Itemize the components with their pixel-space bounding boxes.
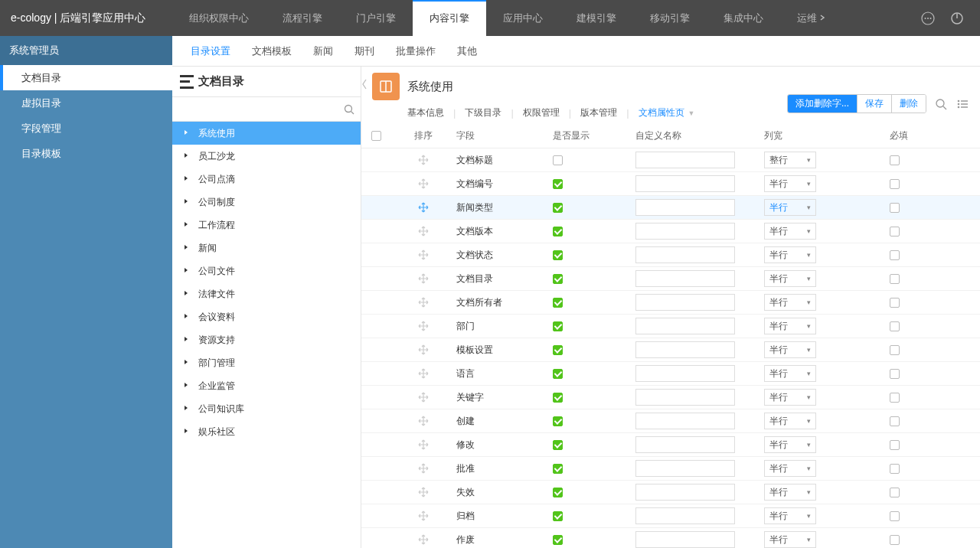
subnav-item[interactable]: 期刊 (354, 44, 374, 58)
drag-handle-icon[interactable] (418, 416, 429, 426)
custom-name-input[interactable] (635, 152, 735, 168)
collapse-handle[interactable] (361, 67, 368, 102)
show-checkbox[interactable] (553, 464, 563, 474)
sidebar-item[interactable]: 文档目录 (0, 65, 172, 90)
tree-item[interactable]: 公司制度 (172, 191, 361, 214)
show-checkbox[interactable] (553, 250, 563, 260)
show-checkbox[interactable] (553, 369, 563, 379)
show-checkbox[interactable] (553, 203, 563, 213)
show-checkbox[interactable] (553, 345, 563, 355)
custom-name-input[interactable] (635, 365, 735, 382)
drag-handle-icon[interactable] (418, 226, 429, 236)
width-select[interactable]: 半行▾ (764, 318, 816, 334)
width-select[interactable]: 整行▾ (764, 152, 816, 168)
custom-name-input[interactable] (635, 484, 735, 501)
custom-name-input[interactable] (635, 531, 735, 548)
subnav-item[interactable]: 文档模板 (252, 44, 292, 58)
custom-name-input[interactable] (635, 460, 735, 477)
width-select[interactable]: 半行▾ (764, 507, 816, 524)
custom-name-input[interactable] (635, 341, 735, 358)
drag-handle-icon[interactable] (418, 155, 429, 165)
required-checkbox[interactable] (890, 511, 900, 521)
required-checkbox[interactable] (890, 416, 900, 426)
list-view-icon[interactable] (956, 97, 969, 111)
required-checkbox[interactable] (890, 250, 900, 260)
subnav-item[interactable]: 目录设置 (191, 44, 230, 58)
sidebar-item[interactable]: 字段管理 (0, 116, 172, 141)
subnav-item[interactable]: 批量操作 (396, 44, 436, 58)
width-select[interactable]: 半行▾ (764, 199, 816, 216)
save-button[interactable]: 保存 (857, 95, 891, 113)
tree-item[interactable]: 公司点滴 (172, 168, 361, 191)
drag-handle-icon[interactable] (418, 510, 429, 521)
topnav-item[interactable]: 应用中心 (486, 0, 560, 36)
tree-item[interactable]: 部门管理 (172, 351, 361, 374)
power-icon[interactable] (949, 11, 965, 26)
custom-name-input[interactable] (635, 507, 735, 524)
drag-handle-icon[interactable] (418, 534, 429, 545)
required-checkbox[interactable] (890, 298, 900, 308)
topnav-item[interactable]: 移动引擎 (633, 0, 707, 36)
drag-handle-icon[interactable] (418, 368, 429, 379)
tree-item[interactable]: 娱乐社区 (172, 420, 361, 443)
show-checkbox[interactable] (553, 416, 563, 426)
width-select[interactable]: 半行▾ (764, 389, 816, 406)
detail-tab[interactable]: 基本信息 (407, 105, 444, 121)
width-select[interactable]: 半行▾ (764, 484, 816, 501)
tree-item[interactable]: 新闻 (172, 236, 361, 259)
tree-search-input[interactable] (172, 104, 338, 115)
drag-handle-icon[interactable] (418, 321, 429, 331)
required-checkbox[interactable] (890, 345, 900, 355)
tree-item[interactable]: 企业监管 (172, 374, 361, 397)
select-all-checkbox[interactable] (371, 131, 381, 141)
show-checkbox[interactable] (553, 535, 563, 545)
required-checkbox[interactable] (890, 227, 900, 236)
show-checkbox[interactable] (553, 227, 563, 236)
required-checkbox[interactable] (890, 155, 900, 165)
tree-item[interactable]: 公司知识库 (172, 397, 361, 420)
tree-item[interactable]: 员工沙龙 (172, 145, 361, 168)
required-checkbox[interactable] (890, 369, 900, 379)
subnav-item[interactable]: 其他 (457, 44, 477, 58)
drag-handle-icon[interactable] (418, 487, 429, 497)
more-icon[interactable] (920, 11, 936, 26)
drag-handle-icon[interactable] (418, 463, 429, 474)
show-checkbox[interactable] (553, 155, 563, 165)
custom-name-input[interactable] (635, 294, 735, 311)
required-checkbox[interactable] (890, 203, 900, 213)
add-remove-field-button[interactable]: 添加删除字... (788, 95, 857, 113)
custom-name-input[interactable] (635, 436, 735, 453)
tree-item[interactable]: 会议资料 (172, 305, 361, 328)
topnav-item[interactable]: 集成中心 (707, 0, 780, 36)
tree-item[interactable]: 系统使用 (172, 122, 361, 145)
width-select[interactable]: 半行▾ (764, 341, 816, 358)
drag-handle-icon[interactable] (418, 273, 429, 284)
width-select[interactable]: 半行▾ (764, 223, 816, 240)
detail-tab[interactable]: 权限管理 (523, 105, 560, 121)
custom-name-input[interactable] (635, 199, 735, 216)
delete-button[interactable]: 删除 (891, 95, 926, 113)
custom-name-input[interactable] (635, 270, 735, 287)
required-checkbox[interactable] (890, 464, 900, 474)
width-select[interactable]: 半行▾ (764, 531, 816, 548)
show-checkbox[interactable] (553, 393, 563, 403)
width-select[interactable]: 半行▾ (764, 436, 816, 453)
custom-name-input[interactable] (635, 223, 735, 240)
drag-handle-icon[interactable] (418, 392, 429, 403)
drag-handle-icon[interactable] (418, 297, 429, 308)
show-checkbox[interactable] (553, 321, 563, 331)
drag-handle-icon[interactable] (418, 178, 429, 189)
tree-item[interactable]: 法律文件 (172, 282, 361, 305)
required-checkbox[interactable] (890, 321, 900, 331)
width-select[interactable]: 半行▾ (764, 460, 816, 477)
show-checkbox[interactable] (553, 440, 563, 450)
required-checkbox[interactable] (890, 393, 900, 403)
width-select[interactable]: 半行▾ (764, 175, 816, 192)
custom-name-input[interactable] (635, 246, 735, 263)
drag-handle-icon[interactable] (418, 344, 429, 355)
show-checkbox[interactable] (553, 298, 563, 308)
custom-name-input[interactable] (635, 413, 735, 429)
tree-item[interactable]: 工作流程 (172, 214, 361, 236)
width-select[interactable]: 半行▾ (764, 270, 816, 287)
topnav-item[interactable]: 建模引擎 (560, 0, 633, 36)
